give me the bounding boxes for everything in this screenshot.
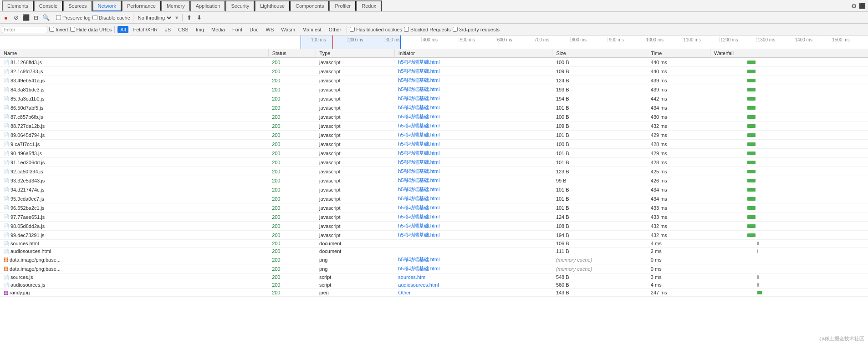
col-header-name[interactable]: Name (0, 49, 268, 58)
cell-name[interactable]: 📄audiosources.html (0, 248, 268, 255)
cell-name[interactable]: 📄90.496a5ff3.js (0, 149, 268, 158)
tab-application[interactable]: Application (190, 0, 226, 11)
cell-name[interactable]: 📄98.05d8dd2a.js (0, 222, 268, 231)
blocked-requests-label[interactable]: Blocked Requests (404, 27, 451, 32)
cell-name[interactable]: 🖼data:image/png;base... (0, 255, 268, 264)
table-row[interactable]: 📄99.dec73291.js200javascripth5移动端基础.html… (0, 231, 868, 240)
initiator-link[interactable]: h5移动端基础.html (398, 59, 439, 65)
cell-name[interactable]: 📄88.727da12b.js (0, 121, 268, 131)
table-row[interactable]: 🖼data:image/png;base...200pngh5移动端基础.htm… (0, 264, 868, 273)
filter-wasm[interactable]: Wasm (278, 26, 298, 33)
cell-name[interactable]: 📄87.c857b6fb.js (0, 112, 268, 121)
cell-initiator[interactable]: h5移动端基础.html (394, 121, 552, 131)
cell-name[interactable]: 📄83.49eb541a.js (0, 76, 268, 85)
stop-button[interactable]: ⊘ (12, 14, 20, 22)
cell-name[interactable]: 🖼randy.jpg (0, 289, 268, 297)
table-row[interactable]: 📄93.32e5d343.js200javascripth5移动端基础.html… (0, 176, 868, 185)
cell-initiator[interactable]: h5移动端基础.html (394, 103, 552, 112)
initiator-link[interactable]: h5移动端基础.html (398, 168, 439, 174)
disable-cache-label[interactable]: Disable cache (92, 15, 130, 20)
cell-name[interactable]: 📄92.ca50f394.js (0, 167, 268, 176)
cell-initiator[interactable]: h5移动端基础.html (394, 131, 552, 140)
filter-other[interactable]: Other (326, 26, 344, 33)
initiator-link[interactable]: Other (398, 290, 411, 295)
initiator-link[interactable]: h5移动端基础.html (398, 159, 439, 165)
initiator-link[interactable]: audiosources.html (398, 282, 439, 288)
filter-icon[interactable]: ⊟ (32, 14, 40, 22)
has-blocked-cookies-checkbox[interactable] (350, 27, 355, 32)
cell-initiator[interactable]: h5移动端基础.html (394, 149, 552, 158)
table-row[interactable]: 📄9.ca7f7cc1.js200javascripth5移动端基础.html1… (0, 140, 868, 149)
cell-initiator[interactable]: h5移动端基础.html (394, 203, 552, 212)
tab-console[interactable]: Console (34, 0, 63, 11)
cell-name[interactable]: 🖼data:image/png;base... (0, 264, 268, 273)
table-row[interactable]: 📄88.727da12b.js200javascripth5移动端基础.html… (0, 121, 868, 131)
cell-initiator[interactable]: h5移动端基础.html (394, 222, 552, 231)
filter-manifest[interactable]: Manifest (300, 26, 324, 33)
cell-initiator[interactable]: audiosources.html (394, 281, 552, 289)
cell-initiator[interactable]: h5移动端基础.html (394, 231, 552, 240)
initiator-link[interactable]: h5移动端基础.html (398, 86, 439, 92)
table-row[interactable]: 📄87.c857b6fb.js200javascripth5移动端基础.html… (0, 112, 868, 121)
export-button[interactable]: ⬇ (195, 14, 204, 22)
table-row[interactable]: 📄audiosources.html200document111 B2 ms (0, 248, 868, 255)
cell-name[interactable]: 📄86.50d7abf5.js (0, 103, 268, 112)
cell-initiator[interactable]: h5移动端基础.html (394, 176, 552, 185)
initiator-link[interactable]: h5移动端基础.html (398, 150, 439, 156)
initiator-link[interactable]: h5移动端基础.html (398, 105, 439, 110)
cell-name[interactable]: 📄99.dec73291.js (0, 231, 268, 240)
tab-performance[interactable]: Performance (122, 0, 161, 11)
initiator-link[interactable]: h5移动端基础.html (398, 196, 439, 201)
cell-initiator[interactable]: h5移动端基础.html (394, 194, 552, 203)
table-row[interactable]: 🖼data:image/png;base...200pngh5移动端基础.htm… (0, 255, 868, 264)
initiator-link[interactable]: h5移动端基础.html (398, 232, 439, 238)
initiator-link[interactable]: h5移动端基础.html (398, 141, 439, 147)
cell-name[interactable]: 📄89.0645d794.js (0, 131, 268, 140)
cell-initiator[interactable]: h5移动端基础.html (394, 76, 552, 85)
table-row[interactable]: 📄sources.html200document106 B4 ms (0, 240, 868, 248)
cell-initiator[interactable]: h5移动端基础.html (394, 264, 552, 273)
cell-initiator[interactable]: Other (394, 289, 552, 297)
initiator-link[interactable]: h5移动端基础.html (398, 132, 439, 137)
cell-name[interactable]: 📄82.1c9fd783.js (0, 67, 268, 76)
filter-input[interactable] (2, 26, 47, 33)
dock-icon[interactable]: ⬛ (858, 2, 866, 10)
tab-memory[interactable]: Memory (161, 0, 190, 11)
cell-initiator[interactable]: h5移动端基础.html (394, 67, 552, 76)
cell-initiator[interactable]: h5移动端基础.html (394, 85, 552, 94)
cell-initiator[interactable]: h5移动端基础.html (394, 140, 552, 149)
blocked-requests-checkbox[interactable] (404, 27, 409, 32)
third-party-requests-label[interactable]: 3rd-party requests (453, 27, 500, 32)
col-header-type[interactable]: Type (316, 49, 394, 58)
table-row[interactable]: 📄91.1ed206dd.js200javascripth5移动端基础.html… (0, 158, 868, 167)
table-row[interactable]: 📄97.77aee651.js200javascripth5移动端基础.html… (0, 212, 868, 222)
table-row[interactable]: 📄96.652ba2c1.js200javascripth5移动端基础.html… (0, 203, 868, 212)
table-row[interactable]: 📄98.05d8dd2a.js200javascripth5移动端基础.html… (0, 222, 868, 231)
initiator-link[interactable]: h5移动端基础.html (398, 187, 439, 192)
cell-initiator[interactable]: h5移动端基础.html (394, 185, 552, 194)
initiator-link[interactable]: h5移动端基础.html (398, 77, 439, 83)
table-row[interactable]: 📄84.3a81bdc3.js200javascripth5移动端基础.html… (0, 85, 868, 94)
initiator-link[interactable]: h5移动端基础.html (398, 257, 439, 262)
col-header-size[interactable]: Size (552, 49, 647, 58)
invert-label[interactable]: Invert (49, 27, 68, 32)
hide-data-urls-checkbox[interactable] (70, 27, 75, 32)
cell-name[interactable]: 📄9.ca7f7cc1.js (0, 140, 268, 149)
cell-name[interactable]: 📄95.9cda0ec7.js (0, 194, 268, 203)
cell-name[interactable]: 📄91.1ed206dd.js (0, 158, 268, 167)
table-row[interactable]: 📄90.496a5ff3.js200javascripth5移动端基础.html… (0, 149, 868, 158)
third-party-requests-checkbox[interactable] (453, 27, 458, 32)
col-header-initiator[interactable]: Initiator (394, 49, 552, 58)
preserve-log-checkbox[interactable] (56, 15, 61, 20)
col-header-waterfall[interactable]: Waterfall (710, 49, 868, 58)
initiator-link[interactable]: h5移动端基础.html (398, 123, 439, 128)
filter-all[interactable]: All (117, 26, 128, 33)
cell-initiator[interactable]: h5移动端基础.html (394, 112, 552, 121)
filter-ws[interactable]: WS (263, 26, 277, 33)
initiator-link[interactable]: h5移动端基础.html (398, 214, 439, 219)
initiator-link[interactable]: h5移动端基础.html (398, 177, 439, 183)
filter-img[interactable]: Img (193, 26, 207, 33)
cell-initiator[interactable]: h5移动端基础.html (394, 94, 552, 103)
tab-profiler[interactable]: Profiler (329, 0, 356, 11)
col-header-status[interactable]: Status (268, 49, 316, 58)
